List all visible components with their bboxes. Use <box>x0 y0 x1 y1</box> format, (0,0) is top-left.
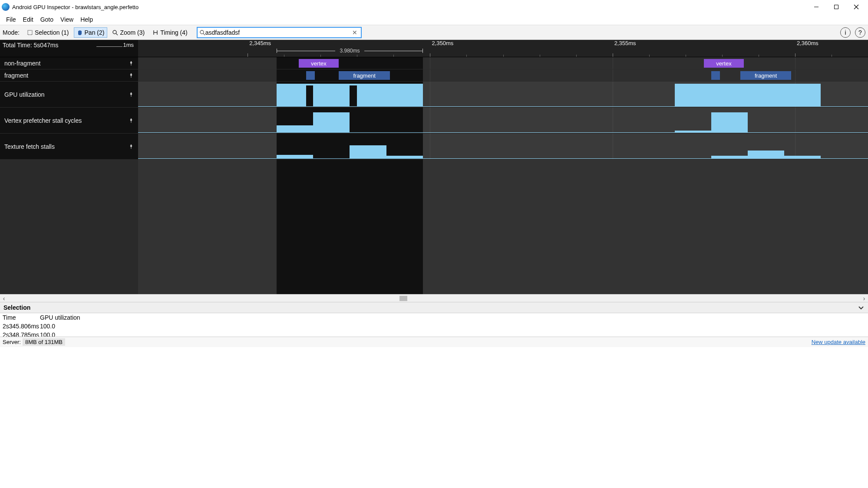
chart-bar <box>711 112 748 132</box>
selection-duration-bracket: 3.980ms <box>277 48 422 54</box>
selection-panel-title: Selection <box>3 304 30 311</box>
svg-point-10 <box>200 30 204 34</box>
svg-line-6 <box>116 33 118 35</box>
svg-line-11 <box>203 33 205 35</box>
search-input[interactable] <box>205 29 350 36</box>
pin-icon[interactable] <box>129 61 134 66</box>
timeline-ruler[interactable]: Total Time: 5s047ms 1ms 2,345ms 2,350ms … <box>0 40 868 57</box>
server-label: Server: <box>3 339 21 345</box>
selection-table: Time GPU utilization 2s345.806ms 100.0 2… <box>0 313 868 337</box>
statusbar: Server: 8MB of 131MB New update availabl… <box>0 337 868 347</box>
info-icon: i <box>845 29 846 36</box>
chart-bar <box>277 125 313 132</box>
server-memory: 8MB of 131MB <box>23 338 65 346</box>
pin-icon[interactable] <box>129 92 134 97</box>
mode-timing-button[interactable]: Timing (4) <box>149 27 191 38</box>
mode-pan-label: Pan (2) <box>85 29 105 36</box>
svg-point-5 <box>113 30 116 34</box>
table-row[interactable]: 2s345.806ms 100.0 <box>0 322 868 331</box>
ruler-lane[interactable]: 2,345ms 2,350ms 2,355ms 2,360ms 3.980ms <box>138 40 868 57</box>
selection-icon <box>27 29 33 36</box>
track-lane[interactable]: fragment fragment <box>138 69 868 81</box>
maximize-button[interactable] <box>826 0 846 14</box>
pin-icon[interactable] <box>129 73 134 78</box>
track-lane[interactable] <box>138 134 868 159</box>
question-icon: ? <box>858 29 862 36</box>
chart-baseline <box>138 158 868 159</box>
help-button[interactable]: ? <box>855 27 865 38</box>
track-label: Vertex prefetcher stall cycles <box>4 117 82 124</box>
minimize-button[interactable] <box>806 0 826 14</box>
table-row[interactable]: 2s348.785ms 100.0 <box>0 331 868 337</box>
menu-view[interactable]: View <box>57 15 77 24</box>
slice-fragment[interactable]: fragment <box>740 71 792 80</box>
track-row: fragment fragment fragment <box>0 69 868 82</box>
total-time-label: Total Time: 5s047ms <box>3 42 96 49</box>
slice-fragment-small[interactable] <box>306 71 315 80</box>
track-lane[interactable] <box>138 82 868 107</box>
info-button[interactable]: i <box>840 27 851 38</box>
mode-zoom-button[interactable]: Zoom (3) <box>109 27 148 38</box>
chart-baseline <box>138 132 868 133</box>
selection-col-value: GPU utilization <box>37 313 83 322</box>
chart-bar <box>784 156 821 158</box>
track-row: GPU utilization <box>0 82 868 108</box>
cell-value: 100.0 <box>37 331 58 337</box>
search-box[interactable]: ✕ <box>197 27 362 38</box>
pin-icon[interactable] <box>129 144 134 149</box>
toolbar: Mode: Selection (1) Pan (2) Zoom (3) Tim… <box>0 25 868 40</box>
svg-rect-1 <box>835 5 838 9</box>
menu-goto[interactable]: Goto <box>37 15 57 24</box>
chart-bar <box>313 112 350 132</box>
selection-overlay <box>277 160 422 294</box>
timing-icon <box>152 29 158 36</box>
chart-notch <box>350 85 357 106</box>
cell-time: 2s348.785ms <box>0 331 37 337</box>
slice-fragment[interactable]: fragment <box>339 71 390 80</box>
pin-icon[interactable] <box>129 118 134 123</box>
selection-col-time: Time <box>0 313 37 322</box>
tracks-empty-area[interactable] <box>0 160 868 294</box>
cell-value: 100.0 <box>37 322 58 331</box>
mode-selection-label: Selection (1) <box>35 29 69 36</box>
scroll-thumb[interactable] <box>399 296 407 301</box>
track-lane[interactable] <box>138 108 868 133</box>
chart-bar <box>675 131 711 132</box>
search-clear-button[interactable]: ✕ <box>350 29 359 36</box>
app-icon <box>2 3 10 11</box>
slice-vertex[interactable]: vertex <box>299 59 339 68</box>
chart-bar <box>386 156 423 158</box>
mode-selection-button[interactable]: Selection (1) <box>24 27 72 38</box>
mode-pan-button[interactable]: Pan (2) <box>74 27 108 38</box>
chart-bar <box>711 156 748 158</box>
chart-bar <box>350 145 386 158</box>
track-row: Texture fetch stalls <box>0 134 868 160</box>
ruler-tick: 2,355ms <box>613 40 636 46</box>
ruler-scale-label: 1ms <box>96 42 135 48</box>
track-label: non-fragment <box>4 60 40 67</box>
track-row: Vertex prefetcher stall cycles <box>0 108 868 134</box>
menu-help[interactable]: Help <box>77 15 96 24</box>
horizontal-scrollbar[interactable]: ‹ › <box>0 294 868 302</box>
close-button[interactable] <box>846 0 866 14</box>
update-available-link[interactable]: New update available <box>812 339 865 345</box>
scroll-left-button[interactable]: ‹ <box>0 295 8 302</box>
track-lane[interactable]: vertex vertex <box>138 57 868 69</box>
search-icon <box>199 29 205 36</box>
tracks-panel: non-fragment vertex vertex fragment frag… <box>0 57 868 160</box>
menu-file[interactable]: File <box>3 15 20 24</box>
chart-bar <box>277 155 313 158</box>
menu-edit[interactable]: Edit <box>20 15 37 24</box>
slice-fragment-small[interactable] <box>711 71 720 80</box>
ruler-tick: 2,345ms <box>248 40 271 46</box>
chart-notch <box>306 85 314 106</box>
selection-panel-header[interactable]: Selection <box>0 302 868 313</box>
track-label: fragment <box>4 72 28 79</box>
track-label: GPU utilization <box>4 91 45 98</box>
hand-icon <box>77 29 83 36</box>
track-row: non-fragment vertex vertex <box>0 57 868 69</box>
slice-vertex[interactable]: vertex <box>704 59 744 68</box>
chevron-down-icon[interactable] <box>858 304 865 311</box>
scroll-right-button[interactable]: › <box>860 295 868 302</box>
chart-bar <box>748 151 784 158</box>
